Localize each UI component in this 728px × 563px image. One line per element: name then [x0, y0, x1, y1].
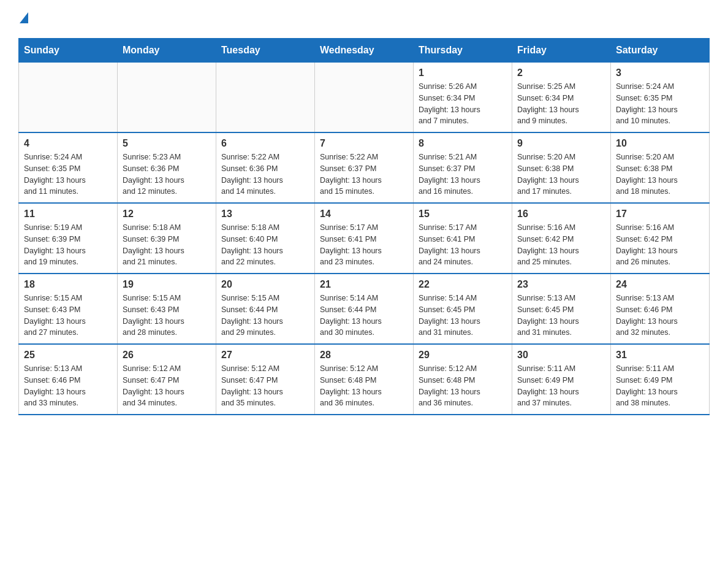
day-info: Sunrise: 5:12 AM Sunset: 6:47 PM Dayligh…	[123, 363, 211, 409]
weekday-header-monday: Monday	[118, 39, 216, 63]
day-info: Sunrise: 5:18 AM Sunset: 6:40 PM Dayligh…	[221, 222, 309, 268]
day-info: Sunrise: 5:18 AM Sunset: 6:39 PM Dayligh…	[123, 222, 211, 268]
table-row: 14Sunrise: 5:17 AM Sunset: 6:41 PM Dayli…	[315, 203, 414, 274]
day-number: 2	[517, 67, 605, 79]
day-info: Sunrise: 5:15 AM Sunset: 6:43 PM Dayligh…	[123, 293, 211, 339]
table-row: 1Sunrise: 5:26 AM Sunset: 6:34 PM Daylig…	[414, 63, 512, 133]
day-number: 3	[616, 67, 704, 79]
table-row: 4Sunrise: 5:24 AM Sunset: 6:35 PM Daylig…	[19, 132, 118, 203]
calendar-table: SundayMondayTuesdayWednesdayThursdayFrid…	[18, 38, 710, 415]
day-info: Sunrise: 5:13 AM Sunset: 6:46 PM Dayligh…	[616, 293, 704, 339]
table-row	[19, 63, 118, 133]
table-row: 19Sunrise: 5:15 AM Sunset: 6:43 PM Dayli…	[118, 274, 216, 344]
table-row: 15Sunrise: 5:17 AM Sunset: 6:41 PM Dayli…	[414, 203, 512, 274]
logo	[18, 12, 28, 26]
table-row: 28Sunrise: 5:12 AM Sunset: 6:48 PM Dayli…	[315, 344, 414, 415]
table-row: 7Sunrise: 5:22 AM Sunset: 6:37 PM Daylig…	[315, 132, 414, 203]
weekday-header-row: SundayMondayTuesdayWednesdayThursdayFrid…	[19, 39, 710, 63]
weekday-header-thursday: Thursday	[414, 39, 512, 63]
day-info: Sunrise: 5:24 AM Sunset: 6:35 PM Dayligh…	[24, 151, 112, 197]
day-number: 25	[24, 350, 112, 361]
calendar-week-1: 1Sunrise: 5:26 AM Sunset: 6:34 PM Daylig…	[19, 63, 710, 133]
weekday-header-sunday: Sunday	[19, 39, 118, 63]
day-info: Sunrise: 5:12 AM Sunset: 6:48 PM Dayligh…	[320, 363, 408, 409]
calendar-week-5: 25Sunrise: 5:13 AM Sunset: 6:46 PM Dayli…	[19, 344, 710, 415]
day-number: 9	[517, 138, 605, 149]
table-row: 16Sunrise: 5:16 AM Sunset: 6:42 PM Dayli…	[512, 203, 611, 274]
day-info: Sunrise: 5:15 AM Sunset: 6:44 PM Dayligh…	[221, 293, 309, 339]
table-row: 22Sunrise: 5:14 AM Sunset: 6:45 PM Dayli…	[414, 274, 512, 344]
table-row: 24Sunrise: 5:13 AM Sunset: 6:46 PM Dayli…	[611, 274, 710, 344]
day-info: Sunrise: 5:22 AM Sunset: 6:37 PM Dayligh…	[320, 151, 408, 197]
day-info: Sunrise: 5:13 AM Sunset: 6:46 PM Dayligh…	[24, 363, 112, 409]
day-info: Sunrise: 5:23 AM Sunset: 6:36 PM Dayligh…	[123, 151, 211, 197]
day-number: 8	[419, 138, 507, 149]
day-info: Sunrise: 5:26 AM Sunset: 6:34 PM Dayligh…	[419, 81, 507, 127]
day-info: Sunrise: 5:14 AM Sunset: 6:44 PM Dayligh…	[320, 293, 408, 339]
weekday-header-wednesday: Wednesday	[315, 39, 414, 63]
day-number: 26	[123, 350, 211, 361]
weekday-header-saturday: Saturday	[611, 39, 710, 63]
table-row	[315, 63, 414, 133]
day-info: Sunrise: 5:17 AM Sunset: 6:41 PM Dayligh…	[419, 222, 507, 268]
day-number: 27	[221, 350, 309, 361]
day-number: 22	[419, 279, 507, 290]
table-row: 30Sunrise: 5:11 AM Sunset: 6:49 PM Dayli…	[512, 344, 611, 415]
day-info: Sunrise: 5:14 AM Sunset: 6:45 PM Dayligh…	[419, 293, 507, 339]
table-row: 12Sunrise: 5:18 AM Sunset: 6:39 PM Dayli…	[118, 203, 216, 274]
table-row: 20Sunrise: 5:15 AM Sunset: 6:44 PM Dayli…	[216, 274, 315, 344]
day-info: Sunrise: 5:11 AM Sunset: 6:49 PM Dayligh…	[616, 363, 704, 409]
calendar-body: 1Sunrise: 5:26 AM Sunset: 6:34 PM Daylig…	[19, 63, 710, 415]
table-row: 8Sunrise: 5:21 AM Sunset: 6:37 PM Daylig…	[414, 132, 512, 203]
table-row: 13Sunrise: 5:18 AM Sunset: 6:40 PM Dayli…	[216, 203, 315, 274]
day-number: 5	[123, 138, 211, 149]
day-info: Sunrise: 5:16 AM Sunset: 6:42 PM Dayligh…	[517, 222, 605, 268]
table-row: 10Sunrise: 5:20 AM Sunset: 6:38 PM Dayli…	[611, 132, 710, 203]
table-row: 3Sunrise: 5:24 AM Sunset: 6:35 PM Daylig…	[611, 63, 710, 133]
table-row: 2Sunrise: 5:25 AM Sunset: 6:34 PM Daylig…	[512, 63, 611, 133]
table-row: 5Sunrise: 5:23 AM Sunset: 6:36 PM Daylig…	[118, 132, 216, 203]
day-number: 18	[24, 279, 112, 290]
day-number: 6	[221, 138, 309, 149]
day-number: 31	[616, 350, 704, 361]
day-number: 10	[616, 138, 704, 149]
day-info: Sunrise: 5:16 AM Sunset: 6:42 PM Dayligh…	[616, 222, 704, 268]
day-number: 12	[123, 209, 211, 220]
day-info: Sunrise: 5:11 AM Sunset: 6:49 PM Dayligh…	[517, 363, 605, 409]
day-number: 21	[320, 279, 408, 290]
table-row: 25Sunrise: 5:13 AM Sunset: 6:46 PM Dayli…	[19, 344, 118, 415]
day-number: 23	[517, 279, 605, 290]
logo-triangle-icon	[20, 12, 28, 23]
day-number: 19	[123, 279, 211, 290]
day-info: Sunrise: 5:12 AM Sunset: 6:48 PM Dayligh…	[419, 363, 507, 409]
day-number: 7	[320, 138, 408, 149]
table-row: 9Sunrise: 5:20 AM Sunset: 6:38 PM Daylig…	[512, 132, 611, 203]
table-row: 29Sunrise: 5:12 AM Sunset: 6:48 PM Dayli…	[414, 344, 512, 415]
table-row	[118, 63, 216, 133]
day-number: 29	[419, 350, 507, 361]
table-row: 21Sunrise: 5:14 AM Sunset: 6:44 PM Dayli…	[315, 274, 414, 344]
day-info: Sunrise: 5:25 AM Sunset: 6:34 PM Dayligh…	[517, 81, 605, 127]
day-info: Sunrise: 5:24 AM Sunset: 6:35 PM Dayligh…	[616, 81, 704, 127]
day-info: Sunrise: 5:22 AM Sunset: 6:36 PM Dayligh…	[221, 151, 309, 197]
day-info: Sunrise: 5:17 AM Sunset: 6:41 PM Dayligh…	[320, 222, 408, 268]
day-number: 4	[24, 138, 112, 149]
table-row: 17Sunrise: 5:16 AM Sunset: 6:42 PM Dayli…	[611, 203, 710, 274]
table-row: 27Sunrise: 5:12 AM Sunset: 6:47 PM Dayli…	[216, 344, 315, 415]
day-number: 15	[419, 209, 507, 220]
table-row: 18Sunrise: 5:15 AM Sunset: 6:43 PM Dayli…	[19, 274, 118, 344]
table-row: 31Sunrise: 5:11 AM Sunset: 6:49 PM Dayli…	[611, 344, 710, 415]
weekday-header-friday: Friday	[512, 39, 611, 63]
day-info: Sunrise: 5:21 AM Sunset: 6:37 PM Dayligh…	[419, 151, 507, 197]
day-info: Sunrise: 5:19 AM Sunset: 6:39 PM Dayligh…	[24, 222, 112, 268]
calendar-week-3: 11Sunrise: 5:19 AM Sunset: 6:39 PM Dayli…	[19, 203, 710, 274]
day-number: 17	[616, 209, 704, 220]
table-row: 11Sunrise: 5:19 AM Sunset: 6:39 PM Dayli…	[19, 203, 118, 274]
day-number: 16	[517, 209, 605, 220]
day-info: Sunrise: 5:20 AM Sunset: 6:38 PM Dayligh…	[616, 151, 704, 197]
day-number: 28	[320, 350, 408, 361]
calendar-week-4: 18Sunrise: 5:15 AM Sunset: 6:43 PM Dayli…	[19, 274, 710, 344]
page-header	[18, 12, 710, 26]
day-number: 1	[419, 67, 507, 79]
calendar-header: SundayMondayTuesdayWednesdayThursdayFrid…	[19, 39, 710, 63]
